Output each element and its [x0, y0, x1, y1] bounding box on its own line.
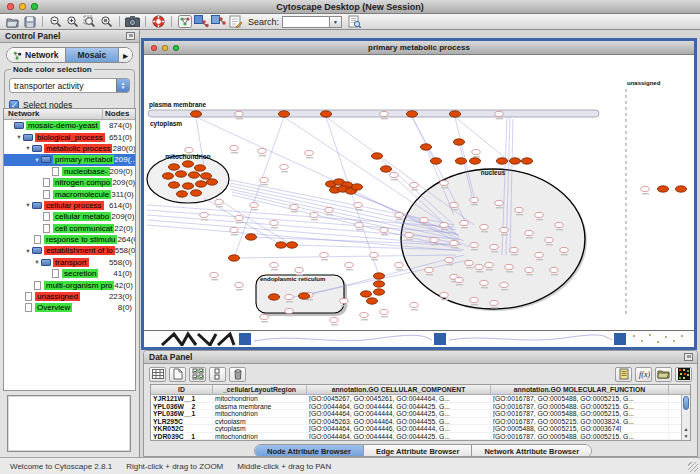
- network-edge[interactable]: [412, 117, 436, 161]
- unselect-all-attributes-icon[interactable]: [209, 367, 226, 382]
- network-node-selected[interactable]: [496, 158, 507, 164]
- scrollbar-arrows-icon[interactable]: ▲▼: [682, 426, 690, 440]
- network-node[interactable]: [258, 148, 266, 153]
- network-node-selected[interactable]: [168, 164, 179, 170]
- network-node[interactable]: [465, 260, 473, 265]
- network-node-selected[interactable]: [298, 293, 309, 299]
- network-node[interactable]: [290, 204, 298, 209]
- network-node[interactable]: [310, 212, 318, 217]
- network-node[interactable]: [485, 262, 493, 267]
- select-all-attributes-icon[interactable]: [189, 367, 206, 382]
- network-node-selected[interactable]: [371, 153, 382, 159]
- network-node[interactable]: [535, 212, 543, 217]
- network-node[interactable]: [480, 280, 488, 285]
- network-node[interactable]: [525, 267, 533, 272]
- network-node[interactable]: [510, 247, 518, 252]
- network-edge[interactable]: [455, 117, 509, 161]
- column-header[interactable]: _cellularLayoutRegion: [213, 385, 307, 394]
- tab-node-attribute-browser[interactable]: Node Attribute Browser: [255, 445, 364, 457]
- column-header[interactable]: ID: [151, 385, 213, 394]
- network-node[interactable]: [430, 237, 438, 242]
- network-node[interactable]: [185, 147, 193, 152]
- network-node-selected[interactable]: [360, 291, 371, 297]
- network-node[interactable]: [260, 314, 268, 319]
- tree-row[interactable]: cellular metabo209(0): [4, 211, 135, 222]
- network-node[interactable]: [230, 227, 238, 232]
- network-view-titlebar[interactable]: primary metabolic process: [144, 41, 694, 55]
- network-node[interactable]: [380, 309, 388, 314]
- network-node-selected[interactable]: [182, 161, 193, 167]
- network-node-selected[interactable]: [657, 186, 668, 192]
- network-node-selected[interactable]: [268, 294, 279, 300]
- help-icon[interactable]: [150, 15, 167, 29]
- network-node[interactable]: [340, 298, 348, 303]
- network-node[interactable]: [305, 150, 313, 155]
- network-node-selected[interactable]: [175, 171, 186, 177]
- delete-attribute-icon[interactable]: [229, 367, 246, 382]
- network-node[interactable]: [641, 186, 649, 191]
- network-node-selected[interactable]: [521, 158, 532, 164]
- float-panel-icon[interactable]: [126, 32, 135, 40]
- network-node[interactable]: [330, 317, 338, 322]
- network-node[interactable]: [475, 264, 483, 269]
- network-node-selected[interactable]: [430, 158, 441, 164]
- network-node-selected[interactable]: [206, 179, 217, 185]
- tab-network[interactable]: Network: [7, 48, 66, 62]
- network-edge[interactable]: [326, 117, 379, 276]
- network-node-selected[interactable]: [449, 111, 460, 117]
- tree-row[interactable]: multi-organism pro42(0): [4, 279, 135, 290]
- network-node[interactable]: [380, 227, 388, 232]
- network-node[interactable]: [215, 199, 223, 204]
- network-node[interactable]: [235, 111, 243, 116]
- network-node[interactable]: [370, 252, 378, 257]
- combobox-stepper-icon[interactable]: ▲▼: [116, 78, 129, 93]
- birds-eye-view[interactable]: [7, 395, 131, 452]
- network-node-selected[interactable]: [406, 111, 417, 117]
- tree-row[interactable]: ▼transport558(0): [4, 257, 135, 268]
- network-node-selected[interactable]: [373, 281, 384, 287]
- tab-edge-attribute-browser[interactable]: Edge Attribute Browser: [364, 445, 472, 457]
- network-node[interactable]: [440, 222, 448, 227]
- network-node[interactable]: [210, 272, 218, 277]
- network-node[interactable]: [490, 244, 498, 249]
- network-node-selected[interactable]: [455, 158, 466, 164]
- network-node-selected[interactable]: [190, 111, 201, 117]
- tab-network-attribute-browser[interactable]: Network Attribute Browser: [472, 445, 591, 457]
- expand-arrow-icon[interactable]: ▼: [15, 134, 23, 140]
- network-node[interactable]: [410, 302, 418, 307]
- network-node[interactable]: [500, 227, 508, 232]
- tree-row[interactable]: nitrogen compo209(0): [4, 177, 135, 188]
- save-session-icon[interactable]: [21, 15, 38, 29]
- network-node-selected[interactable]: [182, 183, 193, 189]
- open-file-icon[interactable]: [4, 15, 21, 29]
- expand-arrow-icon[interactable]: ▼: [33, 157, 41, 163]
- network-node[interactable]: [500, 282, 508, 287]
- network-node-selected[interactable]: [190, 190, 201, 196]
- tree-row[interactable]: response to stimulu264(0): [4, 234, 135, 245]
- network-node[interactable]: [545, 237, 553, 242]
- search-dropdown-arrow[interactable]: ▼: [330, 16, 342, 28]
- scrollbar-thumb[interactable]: [683, 396, 689, 410]
- network-node[interactable]: [550, 267, 558, 272]
- network-node[interactable]: [525, 230, 533, 235]
- network-node-selected[interactable]: [366, 298, 377, 304]
- network-node-selected[interactable]: [195, 181, 206, 187]
- tree-row[interactable]: unassigned223(0): [4, 291, 135, 302]
- expand-arrow-icon[interactable]: ▼: [24, 248, 32, 254]
- tree-column-network[interactable]: Network: [4, 109, 103, 119]
- network-node[interactable]: [320, 252, 328, 257]
- tree-row[interactable]: cell communicat22(0): [4, 223, 135, 234]
- network-node[interactable]: [455, 277, 463, 282]
- tree-column-nodes[interactable]: Nodes: [103, 109, 135, 119]
- network-node[interactable]: [450, 240, 458, 245]
- tree-row[interactable]: mosaic-demo-yeast874(0): [4, 120, 135, 131]
- network-node-selected[interactable]: [453, 139, 464, 145]
- network-node[interactable]: [445, 257, 453, 262]
- network-node[interactable]: [395, 212, 403, 217]
- table-row[interactable]: YPL036W__1mitochondrion[GO:0044464, GO:0…: [151, 410, 690, 418]
- tree-row[interactable]: ▼primary metabol209(...: [4, 154, 135, 165]
- network-node-selected[interactable]: [373, 273, 384, 279]
- filter-icon[interactable]: [210, 15, 227, 29]
- network-node[interactable]: [450, 202, 458, 207]
- network-node[interactable]: [495, 200, 503, 205]
